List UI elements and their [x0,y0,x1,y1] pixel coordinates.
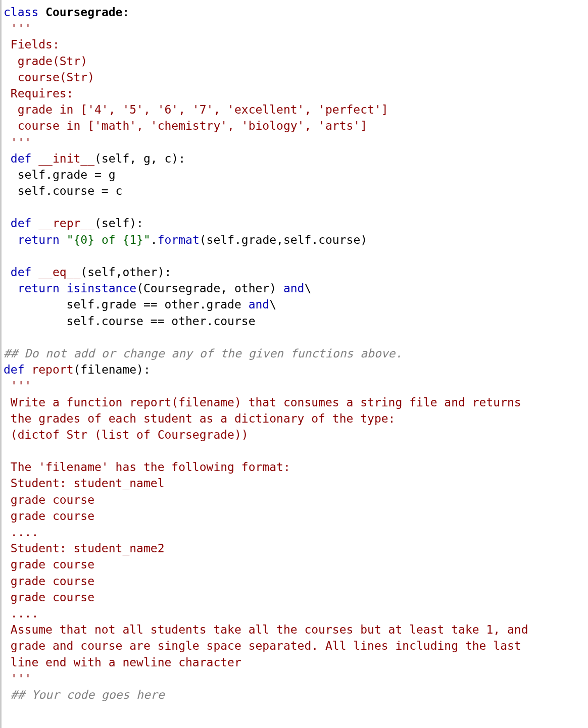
callargs: (Coursegrade, other) [136,282,283,295]
docstring-line: Assume that not all students take all th… [4,623,528,636]
docstring-line: Fields: [4,38,60,51]
docstring-line: .... [4,526,38,539]
kw-return: return [4,233,60,246]
kw-def: def [4,217,31,230]
colon: : [122,6,129,19]
docstring-line: course(Str) [4,71,94,84]
params: (self): [94,217,143,230]
docstring-line: course in ['math', 'chemistry', 'biology… [4,119,367,132]
params: (filename): [74,363,151,376]
kw-class: class [4,6,38,19]
docstring-close: ''' [4,672,31,685]
docstring-line: The 'filename' has the following format: [4,460,290,474]
docstring-line: grade course [4,493,94,506]
line-continuation: \ [269,298,276,311]
docstring-line: line end with a newline character [4,656,241,669]
callargs: (self.grade,self.course) [200,233,367,246]
kw-and: and [283,282,305,295]
kw-def: def [4,363,25,376]
docstring-line: the grades of each student as a dictiona… [4,412,395,425]
kw-and: and [249,298,270,311]
dot: . [151,233,158,246]
docstring-line: grade(Str) [4,55,87,68]
stmt: self.grade == other.grade [4,298,249,311]
docstring-line: grade course [4,575,94,588]
builtin-format: format [158,233,200,246]
stmt: self.course = c [4,184,122,197]
docstring-line: (dictof Str (list of Coursegrade)) [4,428,249,441]
docstring-line: grade course [4,558,94,571]
docstring-line: grade in ['4', '5', '6', '7', 'excellent… [4,103,388,116]
comment-line: ## Your code goes here [4,688,165,701]
stmt: self.course == other.course [4,315,256,328]
docstring-open: ''' [4,379,31,392]
code-block: class Coursegrade: ''' Fields: grade(Str… [0,0,588,728]
docstring-line: Write a function report(filename) that c… [4,396,521,409]
docstring-open: ''' [4,22,31,35]
kw-def: def [4,266,31,279]
params: (self,other): [80,266,171,279]
docstring-line: Student: student_namel [4,477,165,490]
fn-init: __init__ [38,152,94,165]
docstring-line: grade and course are single space separa… [4,639,521,652]
string-literal: "{0} of {1}" [67,233,151,246]
docstring-line: Requires: [4,87,73,100]
kw-return: return [4,282,60,295]
docstring-line: Student: student_name2 [4,542,165,555]
docstring-line: grade course [4,509,94,523]
docstring-line: grade course [4,591,94,604]
builtin-isinstance: isinstance [67,282,136,295]
line-continuation: \ [304,282,311,295]
fn-report: report [31,363,73,376]
docstring-line: .... [4,607,38,620]
kw-def: def [4,152,31,165]
comment-line: ## Do not add or change any of the given… [4,347,402,360]
class-name: Coursegrade [45,6,122,19]
code-pre: class Coursegrade: ''' Fields: grade(Str… [4,4,588,703]
docstring-close: ''' [4,136,31,149]
stmt: self.grade = g [4,168,116,181]
params: (self, g, c): [94,152,185,165]
fn-repr: __repr__ [38,217,94,230]
fn-eq: __eq__ [38,266,80,279]
